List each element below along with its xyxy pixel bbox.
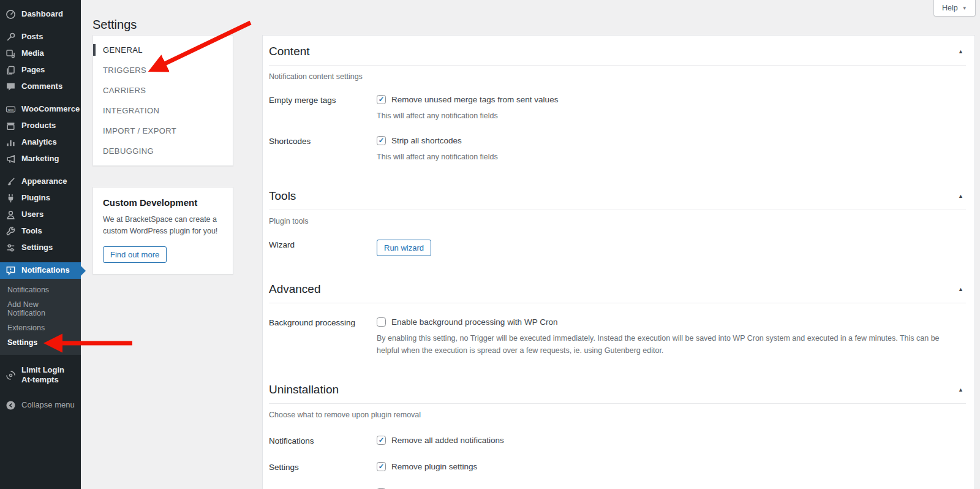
setting-row-shortcodes: Shortcodes Strip all shortcodes This wil… — [269, 136, 966, 163]
find-out-more-button[interactable]: Find out more — [103, 246, 167, 263]
pin-icon — [6, 32, 16, 42]
sidebar-item-label: Tools — [21, 226, 42, 236]
tab-carriers[interactable]: CARRIERS — [93, 80, 233, 100]
helper-text: By enabling this setting, no Trigger wil… — [377, 332, 943, 357]
checkbox-row: Enable background processing with WP Cro… — [377, 317, 943, 327]
section-subtitle: Plugin tools — [269, 217, 966, 226]
setting-row-notifications: Notifications Remove all added notificat… — [269, 436, 966, 445]
sidebar-item-dashboard[interactable]: Dashboard — [0, 6, 81, 23]
media-icon — [6, 48, 16, 59]
sidebar-item-label: Appearance — [21, 176, 67, 186]
submenu-item-settings[interactable]: Settings — [0, 335, 81, 350]
plug-icon — [6, 193, 16, 203]
collapse-arrow-icon — [6, 400, 16, 411]
svg-text:woo: woo — [7, 108, 14, 112]
setting-row-empty-merge-tags: Empty merge tags Remove unused merge tag… — [269, 95, 966, 122]
settings-panel: Content ▲ Notification content settings … — [262, 35, 975, 489]
custom-development-card: Custom Development We at BracketSpace ca… — [92, 187, 233, 275]
notification-bubble-icon — [6, 265, 16, 276]
sidebar-item-label: Pages — [21, 65, 45, 75]
collapse-section-icon[interactable]: ▲ — [958, 193, 965, 199]
section-content: Content ▲ Notification content settings … — [269, 36, 966, 163]
sidebar-item-analytics[interactable]: Analytics — [0, 134, 81, 151]
bar-chart-icon — [6, 137, 16, 148]
sidebar-item-users[interactable]: Users — [0, 207, 81, 223]
sidebar-item-comments[interactable]: Comments — [0, 78, 81, 95]
tab-integration[interactable]: INTEGRATION — [93, 100, 233, 121]
setting-row-settings: Settings Remove plugin settings — [269, 462, 966, 472]
checkbox-label: Remove all added notifications — [391, 436, 504, 445]
chevron-down-icon: ▼ — [962, 6, 967, 11]
sidebar-item-label: Comments — [21, 82, 62, 91]
sidebar-item-label: Users — [21, 210, 43, 219]
tab-general[interactable]: GENERAL — [93, 40, 233, 60]
setting-row-wizard: Wizard Run wizard — [269, 240, 966, 256]
sidebar-item-label: Analytics — [21, 137, 57, 147]
setting-label: Empty merge tags — [269, 95, 377, 105]
section-title: Content — [269, 45, 310, 58]
sidebar-item-tools[interactable]: Tools — [0, 223, 81, 240]
sidebar-item-notifications[interactable]: Notifications — [0, 262, 81, 279]
checkbox-label: Strip all shortcodes — [391, 136, 462, 145]
checkbox-row: Remove plugin settings — [377, 462, 477, 471]
section-advanced: Advanced ▲ Background processing Enable … — [269, 273, 966, 357]
collapse-section-icon[interactable]: ▲ — [958, 387, 965, 393]
sidebar-item-plugins[interactable]: Plugins — [0, 190, 81, 207]
section-subtitle: Choose what to remove upon plugin remova… — [269, 411, 966, 419]
comment-icon — [6, 82, 16, 92]
collapse-section-icon[interactable]: ▲ — [958, 48, 965, 55]
tab-triggers[interactable]: TRIGGERS — [93, 60, 233, 80]
checkbox-label: Enable background processing with WP Cro… — [391, 317, 557, 327]
tab-import-export[interactable]: IMPORT / EXPORT — [93, 121, 233, 141]
checkbox-label: Remove unused merge tags from sent value… — [391, 95, 558, 104]
collapse-menu-button[interactable]: Collapse menu — [0, 397, 81, 414]
sidebar-item-appearance[interactable]: Appearance — [0, 173, 81, 190]
user-icon — [6, 210, 16, 220]
dashboard-icon — [6, 9, 16, 20]
sidebar-item-limit-login-attempts[interactable]: Limit Login At-tempts — [0, 362, 81, 389]
checkbox[interactable] — [377, 436, 386, 445]
checkbox[interactable] — [377, 95, 386, 104]
sidebar-item-label: Media — [21, 48, 44, 58]
submenu-item-add-new-notification[interactable]: Add New Notification — [0, 297, 81, 320]
sidebar-item-posts[interactable]: Posts — [0, 29, 81, 45]
setting-label: Settings — [269, 462, 377, 472]
pages-icon — [6, 65, 16, 75]
submenu-item-extensions[interactable]: Extensions — [0, 320, 81, 335]
sidebar-item-label: Collapse menu — [21, 400, 75, 410]
promo-body: We at BracketSpace can create a custom W… — [103, 214, 223, 238]
page-title: Settings — [92, 18, 137, 32]
checkbox[interactable] — [377, 462, 386, 471]
sidebar-item-media[interactable]: Media — [0, 45, 81, 62]
checkbox-row: Remove all added notifications — [377, 436, 504, 445]
limit-login-icon — [6, 370, 16, 381]
sidebar-item-products[interactable]: Products — [0, 118, 81, 134]
tab-debugging[interactable]: DEBUGGING — [93, 141, 233, 161]
collapse-section-icon[interactable]: ▲ — [958, 286, 965, 292]
section-header: Tools ▲ — [269, 180, 966, 210]
helper-text: This will affect any notification fields — [377, 151, 498, 163]
section-subtitle: Notification content settings — [269, 72, 966, 81]
sidebar-item-label: Plugins — [21, 193, 50, 203]
admin-sidebar: Dashboard Posts Media Pages Comments woo… — [0, 0, 81, 489]
notifications-submenu: Notifications Add New Notification Exten… — [0, 279, 81, 355]
brush-icon — [6, 176, 16, 187]
sidebar-item-settings[interactable]: Settings — [0, 240, 81, 256]
checkbox[interactable] — [377, 136, 386, 145]
sidebar-item-label: WooCommerce — [21, 104, 80, 114]
section-header: Advanced ▲ — [269, 273, 966, 303]
checkbox-row: Remove unused merge tags from sent value… — [377, 95, 558, 104]
setting-label: Wizard — [269, 240, 377, 249]
sliders-icon — [6, 243, 16, 253]
sidebar-item-woocommerce[interactable]: woo WooCommerce — [0, 101, 81, 118]
help-label: Help — [942, 4, 958, 12]
checkbox-label: Remove plugin settings — [391, 462, 477, 471]
sidebar-item-marketing[interactable]: Marketing — [0, 151, 81, 167]
sidebar-item-pages[interactable]: Pages — [0, 62, 81, 78]
help-button[interactable]: Help ▼ — [933, 0, 976, 17]
sidebar-item-label: Products — [21, 121, 56, 131]
run-wizard-button[interactable]: Run wizard — [377, 240, 431, 256]
submenu-item-notifications[interactable]: Notifications — [0, 282, 81, 297]
sidebar-item-label: Marketing — [21, 154, 59, 164]
checkbox[interactable] — [377, 317, 386, 327]
